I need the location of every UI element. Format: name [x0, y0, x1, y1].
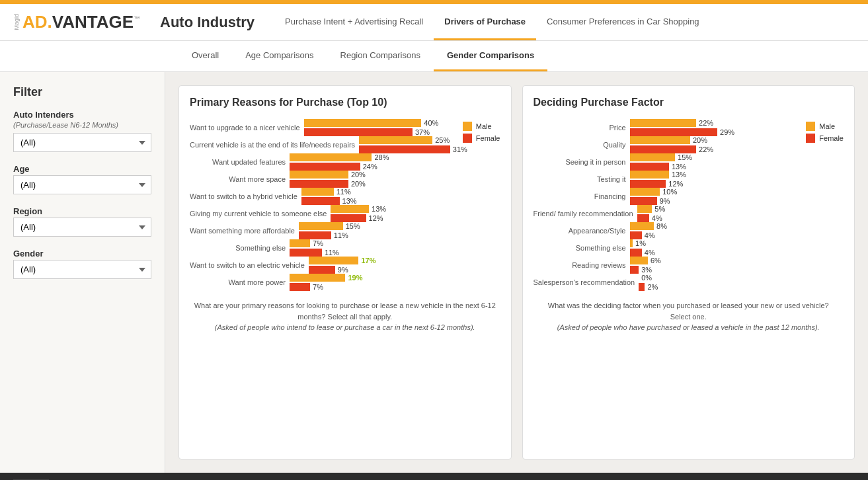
male-value: 20%	[351, 171, 366, 179]
female-bar-item: 29%	[630, 128, 735, 136]
chart-deciding-factor-legend: Male Female	[806, 119, 844, 291]
male-bar-item: 6%	[630, 257, 661, 264]
sub-tab-overall[interactable]: Overall	[178, 41, 232, 71]
female-bar	[637, 214, 649, 222]
bar-label: Want updated features	[190, 157, 286, 167]
bar-row: Testing it13%12%	[533, 171, 800, 188]
female-value: 20%	[351, 180, 366, 188]
female-bar-item: 4%	[630, 231, 667, 239]
logo: Magid AD.VANTAGE™	[13, 4, 140, 40]
female-bar-item: 31%	[359, 145, 467, 153]
bar-row: Want to switch to a hybrid vehicle11%13%	[190, 188, 456, 205]
female-bar-item: 3%	[630, 266, 661, 274]
tab-drivers[interactable]: Drivers of Purchase	[434, 5, 536, 40]
logo-text: AD.VANTAGE™	[22, 12, 140, 32]
male-bar-item: 13%	[331, 205, 386, 213]
female-bar-item: 12%	[331, 214, 386, 222]
legend-female-2: Female	[806, 134, 844, 143]
male-bar-item: 7%	[290, 239, 339, 247]
bar-row: Want more space20%20%	[190, 171, 456, 188]
female-value: 13%	[342, 197, 357, 205]
bar-row: Want to switch to an electric vehicle17%…	[190, 257, 456, 274]
sub-tab-gender[interactable]: Gender Comparisons	[434, 41, 547, 71]
filter-auto-intenders-select[interactable]: (All)	[13, 133, 151, 152]
layout: Filter Auto Intenders (Purchase/Lease N6…	[0, 72, 868, 473]
female-bar	[290, 163, 360, 171]
female-bar-item: 9%	[309, 266, 376, 274]
legend-male-swatch-2	[806, 122, 815, 131]
bar-row: Price22%29%	[533, 119, 800, 136]
female-bar	[309, 266, 335, 274]
bar-row: Quality20%22%	[533, 136, 800, 153]
filter-region-select[interactable]: (All)	[13, 218, 151, 237]
male-bar	[290, 153, 372, 161]
male-value: 8%	[656, 222, 667, 230]
filter-auto-intenders-sublabel: (Purchase/Lease N6-12 Months)	[13, 121, 151, 129]
male-bar-item: 10%	[630, 188, 678, 196]
female-bar-item: 13%	[301, 197, 357, 205]
female-value: 11%	[325, 249, 339, 257]
bar-group: 13%12%	[630, 171, 686, 188]
bar-group: 20%20%	[290, 171, 366, 188]
female-value: 22%	[699, 145, 713, 153]
chart-deciding-factor-title: Deciding Purchase Factor	[533, 97, 844, 108]
sidebar: Filter Auto Intenders (Purchase/Lease N6…	[0, 72, 165, 473]
sub-tab-age[interactable]: Age Comparisons	[232, 41, 327, 71]
male-bar-item: 17%	[309, 257, 376, 264]
male-value: 0%	[641, 274, 652, 282]
bar-group: 7%11%	[290, 239, 339, 257]
male-bar-item: 11%	[301, 188, 357, 196]
male-value: 7%	[313, 239, 323, 247]
female-bar	[299, 231, 331, 239]
female-bar	[301, 197, 340, 205]
bar-group: 0%2%	[639, 274, 658, 291]
male-bar	[630, 222, 654, 230]
bar-label: Something else	[190, 243, 286, 253]
tab-purchase-intent[interactable]: Purchase Intent + Advertising Recall	[274, 5, 434, 40]
header: Magid AD.VANTAGE™ Auto Industry Purchase…	[0, 4, 868, 41]
legend-male: Male	[463, 122, 500, 131]
footnote-italic: (Asked of people who intend to lease or …	[215, 323, 475, 331]
male-value: 15%	[346, 222, 360, 230]
bar-label: Want more power	[190, 278, 286, 287]
bar-group: 1%4%	[630, 239, 655, 257]
bar-group: 8%4%	[630, 222, 667, 239]
legend-female-swatch-2	[806, 134, 815, 143]
bar-row: Want to upgrade to a nicer vehicle40%37%	[190, 119, 456, 136]
chart-deciding-factor-bars: Price22%29%Quality20%22%Seeing it in per…	[533, 119, 800, 291]
male-value: 6%	[651, 257, 661, 264]
female-value: 29%	[720, 128, 734, 136]
male-value: 40%	[424, 119, 438, 127]
male-value: 25%	[435, 136, 450, 144]
male-bar	[630, 257, 648, 264]
male-bar-item: 20%	[290, 171, 366, 179]
male-bar	[637, 205, 652, 213]
footnote-text-2: What was the deciding factor when you pu…	[548, 301, 829, 309]
bar-row: Salesperson's recommendation0%2%	[533, 274, 800, 291]
bar-group: 15%11%	[299, 222, 360, 239]
bar-label: Reading reviews	[533, 260, 626, 270]
filter-gender-select[interactable]: (All)	[13, 260, 151, 279]
male-bar	[309, 257, 359, 264]
filter-auto-intenders-label: Auto Intenders	[13, 110, 151, 120]
male-bar	[290, 239, 310, 247]
male-bar	[630, 136, 690, 144]
bar-label: Want to switch to an electric vehicle	[190, 260, 305, 270]
female-bar	[630, 128, 718, 136]
magid-label: Magid	[13, 14, 20, 30]
sub-tab-region[interactable]: Region Comparisons	[327, 41, 434, 71]
bar-label: Want to switch to a hybrid vehicle	[190, 192, 297, 201]
female-value: 37%	[415, 128, 430, 136]
female-bar-item: 4%	[637, 214, 666, 222]
male-value: 28%	[374, 153, 389, 161]
bar-row: Financing10%9%	[533, 188, 800, 205]
chart-primary-reasons-footnote: What are your primary reasons for lookin…	[190, 300, 500, 333]
filter-age-label: Age	[13, 164, 151, 174]
tab-consumer-prefs[interactable]: Consumer Preferences in Car Shopping	[536, 5, 710, 40]
female-value: 11%	[334, 231, 348, 239]
filter-auto-intenders: Auto Intenders (Purchase/Lease N6-12 Mon…	[13, 110, 151, 152]
filter-age-select[interactable]: (All)	[13, 175, 151, 194]
legend-male-label-2: Male	[819, 122, 835, 130]
bar-label: Quality	[533, 140, 626, 149]
female-value: 2%	[647, 283, 658, 291]
